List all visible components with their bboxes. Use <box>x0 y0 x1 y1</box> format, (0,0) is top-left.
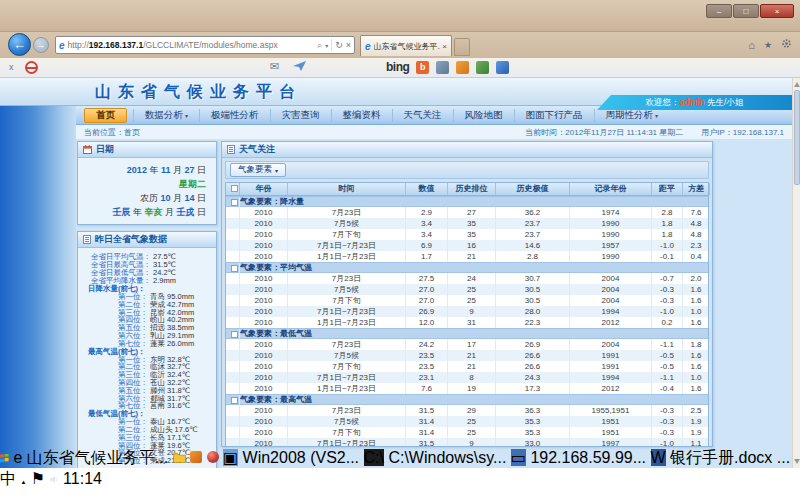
browser-tab[interactable]: e 山东省气候业务平... × <box>360 35 452 56</box>
blocked-content-icon[interactable] <box>25 61 38 74</box>
table-group-row[interactable]: 气象要素：最高气温 <box>226 394 708 405</box>
explorer-folder-icon[interactable] <box>173 449 190 466</box>
nav-item[interactable]: 天气关注 ▾ <box>392 109 453 122</box>
search-icon[interactable]: ⌕ <box>317 40 322 51</box>
bing-logo: bing <box>386 60 409 74</box>
table-cell: 7月下旬 <box>288 295 406 306</box>
minimize-button[interactable]: – <box>706 4 732 18</box>
toolbar-app-icon[interactable] <box>476 61 489 74</box>
table-row[interactable]: 20107月5候27.02530.52004-0.31.6 <box>226 284 708 295</box>
speaker-icon[interactable] <box>50 470 63 487</box>
column-header[interactable]: 数值 <box>406 183 448 195</box>
weather-table-body: 气象要素：降水量20107月23日2.92736.219742.87.62010… <box>226 196 708 447</box>
table-row[interactable]: 20107月1日~7月23日23.1824.31994-1.11.0 <box>226 372 708 383</box>
stop-icon[interactable]: × <box>346 40 351 50</box>
dropdown-icon[interactable]: ▾ <box>325 42 328 49</box>
taskbar-clock[interactable]: 11:14 <box>63 470 102 487</box>
table-row[interactable]: 20107月下旬3.43523.719901.84.8 <box>226 229 708 240</box>
close-button[interactable]: × <box>760 4 794 18</box>
table-row[interactable]: 20107月23日24.21726.92004-1.11.8 <box>226 339 708 350</box>
column-header[interactable]: 历史排位 <box>448 183 496 195</box>
toolbar-close-icon[interactable]: x <box>9 62 14 72</box>
taskbar-active-window[interactable]: e 山东省气候业务平... <box>13 449 172 466</box>
settings-gear-icon[interactable] <box>781 38 792 51</box>
nav-item[interactable]: 极端性分析 ▾ <box>199 109 270 122</box>
refresh-icon[interactable]: ↻ <box>335 40 343 50</box>
table-cell: 2010 <box>240 361 288 372</box>
pinned-app-icon[interactable] <box>190 451 202 463</box>
element-selector-button[interactable]: 气象要素 ▾ <box>230 163 286 177</box>
nav-item[interactable]: 风险地图 ▾ <box>453 109 514 122</box>
group-checkbox[interactable] <box>231 265 238 272</box>
column-header[interactable]: 历史极值 <box>496 183 570 195</box>
table-cell: 30.7 <box>496 273 570 284</box>
scroll-up-icon[interactable] <box>794 81 800 87</box>
table-cell: 7月23日 <box>288 273 406 284</box>
start-button[interactable] <box>0 449 13 466</box>
header-checkbox[interactable] <box>231 185 238 192</box>
toolbar-app-icon[interactable] <box>456 61 469 74</box>
address-bar[interactable]: e http://192.168.137.1/GLCCLIMATE/module… <box>55 36 355 54</box>
back-button[interactable]: ← <box>8 33 31 56</box>
taskbar-window-button[interactable]: ▣ Win2008 (VS2... <box>223 449 364 466</box>
group-checkbox[interactable] <box>231 397 238 404</box>
send-plane-icon[interactable] <box>293 61 306 73</box>
toolbar-app-icon[interactable] <box>496 61 509 74</box>
column-header[interactable]: 记录年份 <box>570 183 652 195</box>
nav-item[interactable]: 整编资料 ▾ <box>331 109 392 122</box>
action-center-flag-icon[interactable]: ⚑ <box>31 470 45 487</box>
maximize-button[interactable]: □ <box>733 4 759 18</box>
table-row[interactable]: 20107月1日~7月23日26.9928.01994-1.01.0 <box>226 306 708 317</box>
table-group-row[interactable]: 气象要素：降水量 <box>226 196 708 207</box>
hidden-icons-chevron-icon[interactable]: ▲ <box>20 479 26 485</box>
taskbar-window-button[interactable]: C:\ C:\Windows\sy... <box>364 449 511 466</box>
forward-button[interactable]: → <box>33 37 49 53</box>
table-row[interactable]: 20107月23日2.92736.219742.87.6 <box>226 207 708 218</box>
url-text[interactable]: http://192.168.137.1/GLCCLIMATE/modules/… <box>68 40 318 50</box>
table-row[interactable]: 20107月23日27.52430.72004-0.72.0 <box>226 273 708 284</box>
taskbar-window-button[interactable]: ▭ 192.168.59.99... <box>511 449 651 466</box>
table-row[interactable]: 20107月5候23.52126.61991-0.51.6 <box>226 350 708 361</box>
table-cell: 27.0 <box>406 284 448 295</box>
table-cell: 23.7 <box>496 229 570 240</box>
table-row[interactable]: 20107月23日31.52936.31955,1951-0.32.5 <box>226 405 708 416</box>
new-tab-button[interactable] <box>454 38 470 56</box>
toolbar-app-icon[interactable] <box>436 61 449 74</box>
nav-item[interactable]: 周期性分析 ▾ <box>594 109 670 122</box>
column-header[interactable]: 时间 <box>288 183 406 195</box>
table-row[interactable]: 20107月下旬27.02530.52004-0.31.6 <box>226 295 708 306</box>
table-row[interactable]: 20101月1日~7月23日7.61917.32012-0.41.6 <box>226 383 708 394</box>
group-checkbox[interactable] <box>231 331 238 338</box>
group-checkbox[interactable] <box>231 199 238 206</box>
table-row[interactable]: 20107月1日~7月23日31.5933.01997-1.01.1 <box>226 438 708 447</box>
table-row[interactable]: 20107月5候31.42535.31951-0.31.9 <box>226 416 708 427</box>
column-header[interactable]: 距平 <box>652 183 683 195</box>
mail-icon[interactable]: ✉ <box>270 60 279 73</box>
ime-indicator[interactable]: 中 <box>0 470 16 487</box>
column-header[interactable]: 年份 <box>240 183 288 195</box>
table-cell: 1.9 <box>683 427 710 438</box>
nav-item[interactable]: 数据分析 ▾ <box>133 109 199 122</box>
table-row[interactable]: 20107月下旬31.42535.31951-0.31.9 <box>226 427 708 438</box>
favorites-star-icon[interactable]: ★ <box>764 40 772 50</box>
home-icon[interactable]: ⌂ <box>748 39 755 51</box>
nav-item[interactable]: 灾害查询 ▾ <box>270 109 331 122</box>
scrollbar-thumb[interactable] <box>794 90 800 185</box>
bing-b-icon[interactable]: b <box>416 61 429 74</box>
table-group-row[interactable]: 气象要素：平均气温 <box>226 262 708 273</box>
table-row[interactable]: 20107月1日~7月23日6.91614.61957-1.02.3 <box>226 240 708 251</box>
media-player-icon[interactable] <box>207 451 219 463</box>
nav-item[interactable]: 图面下行产品 ▾ <box>514 109 594 122</box>
column-header[interactable]: 方差 <box>683 183 710 195</box>
table-row[interactable]: 20107月下旬23.52126.61991-0.51.6 <box>226 361 708 372</box>
table-row[interactable]: 20107月5候3.43523.719901.84.8 <box>226 218 708 229</box>
tab-close-icon[interactable]: × <box>442 42 447 51</box>
table-row[interactable]: 20101月1日~7月23日1.7212.81990-0.10.4 <box>226 251 708 262</box>
taskbar-window-button[interactable]: W 银行手册.docx ... <box>651 449 791 466</box>
table-group-row[interactable]: 气象要素：最低气温 <box>226 328 708 339</box>
browser-scrollbar[interactable] <box>792 78 800 468</box>
table-row[interactable]: 20101月1日~7月23日12.03122.320120.21.6 <box>226 317 708 328</box>
nav-item[interactable]: 首页 ▾ <box>84 108 127 123</box>
table-cell: 2010 <box>240 229 288 240</box>
windows-logo-icon <box>0 454 9 463</box>
